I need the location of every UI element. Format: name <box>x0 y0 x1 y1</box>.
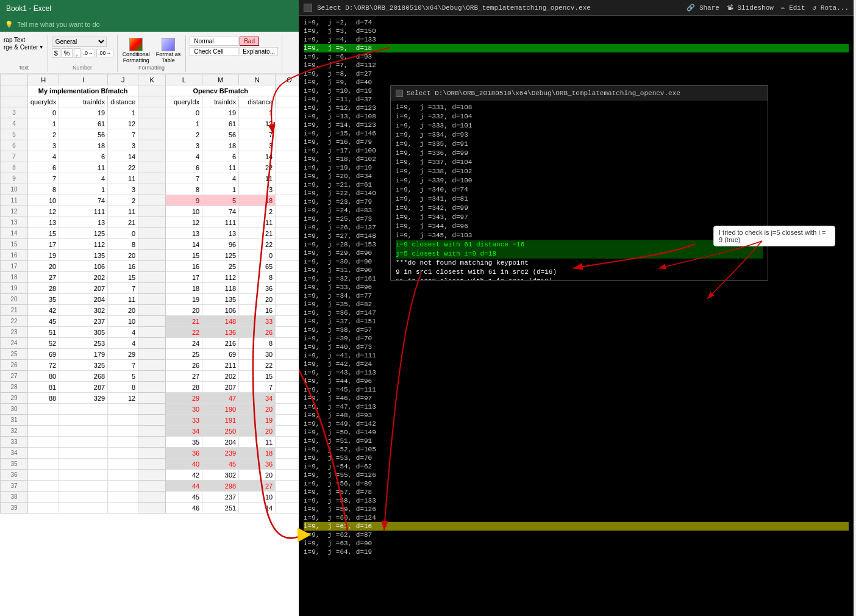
popup-line: i=9, j =338, d=102 <box>396 167 763 176</box>
col-n-header: N <box>239 74 276 85</box>
number-section: General $ % , .0→ .00→ Number <box>48 35 118 72</box>
popup-line: i=9, j =336, d=99 <box>396 149 763 158</box>
annotation-text: I tried to check is j=5 closest with i =… <box>719 229 826 243</box>
popup-line: i=9, j =345, d=103 <box>396 231 763 240</box>
explanatory-btn[interactable]: Explanato... <box>240 47 278 56</box>
cmd-title: Select D:\ORB\ORB_20180510\x64\Debug\ORB… <box>317 4 682 12</box>
cmd-line: i=9, j =58, d=133 <box>304 496 849 505</box>
cmd-line: i=9, j =56, d=89 <box>304 479 849 488</box>
table-row: 131313211211111 <box>1 217 303 228</box>
tell-me-input[interactable]: Tell me what you want to do <box>17 21 100 28</box>
cmd-window: Select D:\ORB\ORB_20180510\x64\Debug\ORB… <box>299 0 854 616</box>
popup-title: Select D:\ORB\ORB_20180510\x64\Debug\ORB… <box>407 90 680 97</box>
cmd-line: i=9, j =54, d=62 <box>304 462 849 471</box>
cmd-line: i=9, j =43, d=113 <box>304 368 849 377</box>
cmd-line: i=9, j =52, d=105 <box>304 445 849 454</box>
wrap-text-label[interactable]: rap Text <box>4 37 44 43</box>
popup-line: i=9, j =342, d=99 <box>396 204 763 213</box>
cmd-line: i=9, j =7, d=112 <box>304 61 849 70</box>
popup-line: i=9, j =339, d=100 <box>396 176 763 185</box>
cmd-line: i=9, j =59, d=126 <box>304 505 849 514</box>
inner-popup: Select D:\ORB\ORB_20180510\x64\Debug\ORB… <box>390 85 768 281</box>
table-row: 14151250131321 <box>1 228 303 239</box>
cmd-controls[interactable]: 🔗 Share 📽 Slideshow ✏ Edit ↺ Rota... <box>687 4 849 12</box>
col-l-header: L <box>166 74 202 85</box>
table-row: 172010616162565 <box>1 261 303 272</box>
rotate-btn[interactable]: ↺ Rota... <box>813 4 849 12</box>
slideshow-btn[interactable]: 📽 Slideshow <box>727 4 774 12</box>
formatting-section: Conditional Formatting Format as Table F… <box>118 35 187 72</box>
table-row: 333520411 <box>1 437 303 448</box>
check-cell-btn[interactable]: Check Cell <box>190 47 238 56</box>
excel-title: Book1 - Excel <box>6 4 51 13</box>
cmd-line: i=9, j =46, d=97 <box>304 394 849 403</box>
table-row: 374429827 <box>1 481 303 492</box>
dec-increase-btn[interactable]: .0→ <box>82 49 96 57</box>
cmd-line: i=9, j =45, d=111 <box>304 385 849 394</box>
cmd-line: i=9, j =48, d=93 <box>304 411 849 420</box>
popup-line: i=9, j =332, d=104 <box>396 112 763 121</box>
comma-btn[interactable]: , <box>74 48 80 58</box>
cmd-line: i=9, j =42, d=24 <box>304 360 849 368</box>
popup-line: i=9, j =337, d=104 <box>396 158 763 167</box>
cmd-line: i=9, j =64, d=19 <box>304 548 849 556</box>
col-j-header: J <box>108 74 138 85</box>
cmd-line: i=9, j =6, d=93 <box>304 52 849 61</box>
table-row: 15171128149622 <box>1 239 303 250</box>
percent-btn[interactable]: % <box>62 48 73 58</box>
excel-titlebar: Book1 - Excel <box>0 0 304 17</box>
cmd-line: i=9, j =39, d=70 <box>304 334 849 343</box>
cell-styles-section: Normal Bad Check Cell Explanato... <box>186 35 282 72</box>
popup-line: i=9, j =344, d=96 <box>396 222 763 231</box>
table-row: 235130542213626 <box>1 327 303 338</box>
cmd-line: i=9, j =33, d=96 <box>304 283 849 292</box>
col-i-header: I <box>59 74 108 85</box>
normal-btn[interactable]: Normal <box>190 37 238 46</box>
excel-ribbon: rap Text rge & Center ▼ Text General $ %… <box>0 32 304 74</box>
table-row: 11107429518 <box>1 195 303 206</box>
cmd-titlebar: Select D:\ORB\ORB_20180510\x64\Debug\ORB… <box>299 0 854 16</box>
cmd-line: i=9, j =53, d=70 <box>304 454 849 462</box>
table-row: 182720215171128 <box>1 272 303 283</box>
cmd-line: i=9, j =36, d=147 <box>304 309 849 317</box>
cmd-line: i=9, j =47, d=113 <box>304 403 849 411</box>
cmd-line: i=9, j =51, d=91 <box>304 437 849 445</box>
cmd-line: i=9, j =55, d=126 <box>304 471 849 479</box>
cmd-line: i=9, j =49, d=142 <box>304 420 849 428</box>
cmd-icon <box>304 4 312 12</box>
edit-btn[interactable]: ✏ Edit <box>781 4 805 12</box>
cmd-line: i=9, j =60, d=124 <box>304 514 849 522</box>
table-row: 364230220 <box>1 470 303 481</box>
cmd-line: i=9, j =3, d=150 <box>304 27 849 35</box>
dec-decrease-btn[interactable]: .00→ <box>96 49 113 57</box>
popup-line: i=9, j =341, d=81 <box>396 195 763 204</box>
popup-line: 61 in src2 closet with 1 in src1 (d=12) <box>396 277 763 280</box>
cmd-line: i=9, j =63, d=90 <box>304 539 849 548</box>
dollar-btn[interactable]: $ <box>52 48 60 58</box>
format-as-table-btn[interactable]: Format as Table <box>154 37 184 65</box>
share-btn[interactable]: 🔗 Share <box>687 4 719 12</box>
table-row: 525672567 <box>1 129 303 140</box>
table-row: 298832912294734 <box>1 393 303 404</box>
cmd-line: i=9, j =34, d=77 <box>304 292 849 300</box>
table-row: 384523710 <box>1 492 303 503</box>
bad-btn[interactable]: Bad <box>240 37 259 46</box>
excel-window: Book1 - Excel 💡 Tell me what you want to… <box>0 0 305 616</box>
table-row: 161913520151250 <box>1 250 303 261</box>
header-row-2: queryIdx trainIdx distance queryIdx trai… <box>1 96 303 107</box>
cmd-line: i=9, j =35, d=82 <box>304 300 849 309</box>
merge-center-btn[interactable]: rge & Center ▼ <box>4 44 44 51</box>
cmd-line: i=9, j =44, d=96 <box>304 377 849 385</box>
cmd-line: i=9, j =62, d=87 <box>304 531 849 539</box>
cmd-line: i=9, j =38, d=57 <box>304 326 849 334</box>
cmd-line: i=9, j =8, d=27 <box>304 70 849 78</box>
table-row: 301910191 <box>1 107 303 118</box>
popup-line: i=9, j =333, d=101 <box>396 121 763 131</box>
text-section: rap Text rge & Center ▼ Text <box>0 35 48 72</box>
cmd-line: i=9, j =5, d=18 <box>304 44 849 52</box>
cmd-line: i=9, j =41, d=111 <box>304 351 849 360</box>
table-row: 12121111110742 <box>1 206 303 217</box>
conditional-format-btn[interactable]: Conditional Formatting <box>120 37 152 65</box>
format-dropdown[interactable]: General <box>52 37 107 47</box>
cmd-line: i=9, j =2, d=74 <box>304 18 849 27</box>
